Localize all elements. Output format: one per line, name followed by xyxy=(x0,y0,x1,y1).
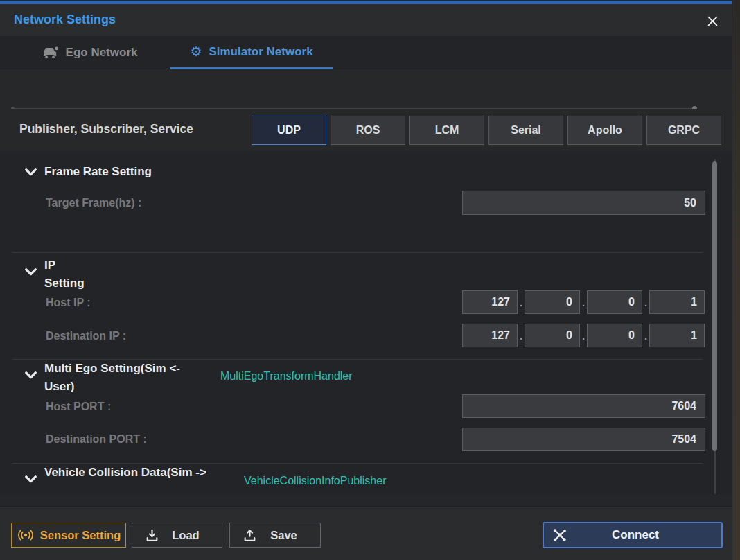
save-button[interactable]: Save xyxy=(229,523,321,548)
chevron-down-icon xyxy=(25,268,37,276)
ip-separator: . xyxy=(518,297,525,308)
ip-separator: . xyxy=(518,330,525,342)
connect-button[interactable]: Connect xyxy=(543,522,723,548)
multi-ego-handler-link[interactable]: MultiEgoTransformHandler xyxy=(220,368,353,385)
target-frame-input[interactable] xyxy=(462,191,705,215)
screen: Network Settings Ego Network xyxy=(0,0,740,560)
ip-separator: . xyxy=(642,297,649,308)
host-ip-label: Host IP : xyxy=(46,295,91,311)
tab-bar: Ego Network ⚙ Simulator Network xyxy=(0,36,732,69)
protocol-ros-button[interactable]: ROS xyxy=(331,116,405,145)
protocol-udp-button[interactable]: UDP xyxy=(252,116,326,145)
chevron-down-icon xyxy=(25,168,37,176)
ip-separator: . xyxy=(642,330,649,342)
host-ip-octet-1[interactable] xyxy=(462,290,518,314)
tab-simulator-network[interactable]: ⚙ Simulator Network xyxy=(170,36,333,69)
gear-icon: ⚙ xyxy=(190,45,202,58)
protocol-lcm-button[interactable]: LCM xyxy=(409,116,484,145)
protocol-group-label: Publisher, Subscriber, Service xyxy=(19,122,193,137)
tab-simulator-network-label: Simulator Network xyxy=(209,45,312,59)
sensor-setting-button[interactable]: Sensor Setting xyxy=(11,523,126,548)
close-icon xyxy=(707,15,719,27)
load-label: Load xyxy=(159,529,222,542)
dialog-title: Network Settings xyxy=(14,12,116,27)
vehicle-collision-section-title: Vehicle Collision Data(Sim -> xyxy=(44,464,206,482)
destination-ip-octet-1[interactable] xyxy=(462,324,518,347)
frame-rate-collapse-toggle[interactable] xyxy=(25,168,37,176)
download-icon xyxy=(145,528,159,543)
footer-bar: Sensor Setting Load Save xyxy=(0,506,732,560)
close-button[interactable] xyxy=(700,8,725,33)
status-row: Status: Disconnected Reset xyxy=(0,69,732,109)
target-frame-label: Target Frame(hz) : xyxy=(46,195,141,211)
frame-rate-section-title: Frame Rate Setting xyxy=(44,163,152,181)
multi-ego-section-title: Multi Ego Setting(Sim <-User) xyxy=(44,360,180,396)
connect-label: Connect xyxy=(567,528,721,542)
destination-port-label: Destination PORT : xyxy=(46,431,147,448)
destination-ip-octet-2[interactable] xyxy=(525,324,580,347)
host-port-label: Host PORT : xyxy=(46,399,111,415)
network-settings-dialog: Network Settings Ego Network xyxy=(0,0,732,560)
upload-icon xyxy=(243,528,257,543)
vehicle-collision-collapse-toggle[interactable] xyxy=(25,475,37,483)
multi-ego-collapse-toggle[interactable] xyxy=(25,371,37,379)
destination-ip-octet-3[interactable] xyxy=(587,324,642,347)
host-ip-octet-2[interactable] xyxy=(525,290,580,314)
sensor-setting-label: Sensor Setting xyxy=(40,529,121,542)
tab-ego-network[interactable]: Ego Network xyxy=(9,36,170,69)
protocol-serial-button[interactable]: Serial xyxy=(488,116,563,145)
load-button[interactable]: Load xyxy=(132,523,222,548)
section-divider xyxy=(12,252,703,253)
chevron-down-icon xyxy=(25,475,37,483)
ip-separator: . xyxy=(580,297,587,308)
title-bar: Network Settings xyxy=(0,4,732,36)
vehicle-collision-handler-link[interactable]: VehicleCollisionInfoPublisher xyxy=(244,473,386,489)
scrollbar-thumb[interactable] xyxy=(712,161,717,451)
destination-ip-label: Destination IP : xyxy=(46,328,126,344)
destination-ip-octet-4[interactable] xyxy=(649,324,705,347)
ip-section-title: IPSetting xyxy=(44,256,85,292)
save-label: Save xyxy=(257,529,320,542)
ip-collapse-toggle[interactable] xyxy=(25,268,37,276)
chevron-down-icon xyxy=(25,371,37,379)
network-node-icon xyxy=(552,527,567,543)
car-icon xyxy=(42,46,59,59)
host-ip-octet-3[interactable] xyxy=(587,290,642,314)
host-ip-row: . . . xyxy=(462,290,705,314)
settings-scroll-area: Frame Rate Setting Target Frame(hz) : IP… xyxy=(0,151,732,494)
tab-ego-network-label: Ego Network xyxy=(66,46,138,60)
protocol-grpc-button[interactable]: GRPC xyxy=(646,116,721,145)
destination-port-input[interactable] xyxy=(462,428,705,451)
destination-ip-row: . . . xyxy=(462,324,705,347)
host-ip-octet-4[interactable] xyxy=(649,290,705,314)
protocol-row: Publisher, Subscriber, Service UDP ROS L… xyxy=(0,109,732,151)
host-port-input[interactable] xyxy=(462,394,705,418)
broadcast-icon xyxy=(17,530,35,541)
protocol-apollo-button[interactable]: Apollo xyxy=(567,116,642,145)
ip-separator: . xyxy=(580,330,587,342)
